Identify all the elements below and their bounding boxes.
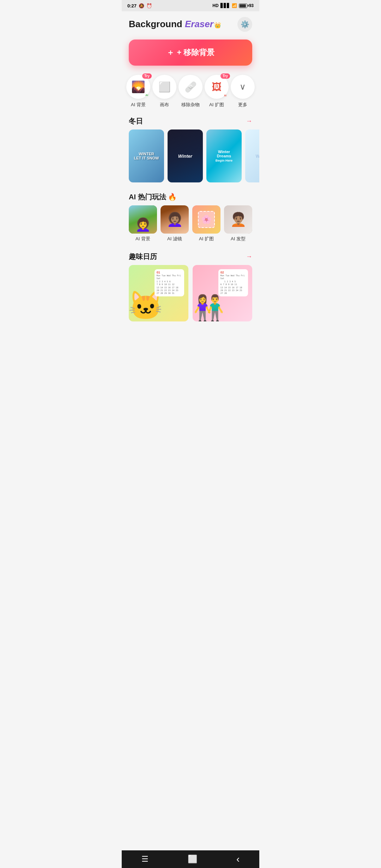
main-button-wrap: ＋ + 移除背景	[122, 35, 259, 71]
app-content: Background Eraser👑 ⚙️ ＋ + 移除背景 Try 🌄 AI …	[122, 11, 259, 850]
back-icon: ‹	[236, 854, 240, 864]
winter-card-1-content: WINTERLET IT SNOW	[129, 129, 164, 182]
ai-filter-label: AI 滤镜	[167, 236, 182, 242]
ai-bg-image: 👩‍🦱	[129, 205, 157, 234]
ai-label-expand: Ai	[224, 94, 226, 97]
menu-button[interactable]: ☰	[134, 852, 156, 867]
ai-section-title: AI 热门玩法 🔥	[129, 192, 177, 202]
tool-ai-bg[interactable]: Try 🌄 AI AI 背景	[126, 75, 150, 108]
status-right: HD ▋▋▋ 📶 93	[212, 3, 254, 8]
calendar-grid: 🐱 01 Mon Tue Wed Thu Fri Sat 1 2 3 4 5 6…	[129, 265, 252, 321]
try-badge-ai-bg: Try	[142, 73, 152, 79]
gear-icon: ⚙️	[241, 20, 249, 29]
alarm-icon: ⏰	[146, 3, 152, 8]
winter-scroll-row: WINTERLET IT SNOW Winter WinterDreamsBeg…	[122, 129, 259, 189]
ai-hair-image: 🧑🏽‍🦱	[224, 205, 252, 234]
title-text: Background Eraser👑	[129, 19, 221, 29]
calendar-arrow[interactable]: →	[246, 253, 252, 260]
header: Background Eraser👑 ⚙️	[122, 11, 259, 35]
ai-card-filter[interactable]: 👩🏽‍🦱 AI 滤镜	[161, 205, 189, 242]
winter-arrow[interactable]: →	[246, 117, 252, 125]
feb-calendar-widget: 02 Mon Tue Wed Thu Fri Sat 1 2 3 4 5 6 7…	[218, 269, 248, 296]
hd-label: HD	[212, 3, 218, 8]
time-display: 0:27	[127, 3, 137, 8]
winter-card-2-content: Winter	[168, 129, 203, 182]
mute-icon: 🔕	[139, 3, 144, 8]
tool-label-expand: AI 扩图	[209, 102, 224, 108]
ai-expand-label: AI 扩图	[199, 236, 214, 242]
tools-row: Try 🌄 AI AI 背景 ⬜ 画布 🩹 移除杂物 Try 🖼	[122, 71, 259, 114]
ai-section-header: AI 热门玩法 🔥	[122, 189, 259, 205]
settings-button[interactable]: ⚙️	[237, 17, 252, 32]
tool-circle-ai-bg: Try 🌄 AI	[126, 75, 150, 99]
couple-icon: 👫	[193, 293, 224, 321]
tool-circle-remove: 🩹	[179, 75, 202, 99]
tool-remove-object[interactable]: 🩹 移除杂物	[179, 75, 202, 108]
battery-icon	[239, 4, 247, 8]
tool-label-remove: 移除杂物	[181, 102, 200, 108]
tool-ai-expand[interactable]: Try 🖼 Ai AI 扩图	[205, 75, 229, 108]
crown-icon: 👑	[214, 22, 221, 28]
winter-card-1[interactable]: WINTERLET IT SNOW	[129, 129, 164, 182]
ai-card-hair[interactable]: 🧑🏽‍🦱 AI 发型	[224, 205, 252, 242]
winter-title: 冬日	[129, 116, 143, 126]
ai-card-expand[interactable]: 🌸 AI 扩图	[192, 205, 220, 242]
ai-features-section: 👩‍🦱 AI 背景 👩🏽‍🦱 AI 滤镜 🌸	[122, 205, 259, 249]
winter-card-4-content: Winter	[245, 129, 259, 182]
ai-expand-image: 🌸	[192, 205, 220, 234]
home-icon: ⬜	[188, 855, 197, 863]
tool-circle-expand: Try 🖼 Ai	[205, 75, 229, 99]
calendar-card-jan[interactable]: 🐱 01 Mon Tue Wed Thu Fri Sat 1 2 3 4 5 6…	[129, 265, 188, 321]
bottom-navigation: ☰ ⬜ ‹	[122, 850, 259, 868]
tool-label-ai-bg: AI 背景	[131, 102, 146, 108]
calendar-section-header: 趣味日历 →	[122, 249, 259, 265]
ai-card-background[interactable]: 👩‍🦱 AI 背景	[129, 205, 157, 242]
plus-icon: ＋	[167, 47, 174, 58]
app-title: Background Eraser👑	[129, 19, 221, 30]
ai-bg-label: AI 背景	[135, 236, 150, 242]
tool-circle-canvas: ⬜	[152, 75, 176, 99]
winter-card-3-content: WinterDreamsBegin Here	[206, 129, 242, 182]
back-button[interactable]: ‹	[229, 851, 247, 868]
calendar-title: 趣味日历	[129, 252, 157, 261]
status-left: 0:27 🔕 ⏰	[127, 3, 152, 8]
remove-icon: 🩹	[185, 81, 197, 93]
tool-label-canvas: 画布	[160, 102, 169, 108]
winter-card-4[interactable]: Winter	[245, 129, 259, 182]
ai-label-ai-bg: AI	[145, 94, 148, 97]
tool-more[interactable]: ∨ 更多	[231, 75, 255, 108]
main-button-label: + 移除背景	[177, 47, 215, 58]
signal-icon: ▋▋▋	[220, 3, 230, 8]
home-button[interactable]: ⬜	[181, 852, 204, 867]
try-badge-expand: Try	[220, 73, 230, 79]
remove-background-button[interactable]: ＋ + 移除背景	[129, 40, 252, 66]
ai-bg-person-icon: 👩‍🦱	[135, 217, 151, 232]
battery-percent: 93	[249, 3, 254, 8]
expand-icon: 🖼	[212, 81, 222, 93]
tool-circle-more: ∨	[231, 75, 255, 99]
calendar-card-feb[interactable]: 👫 02 Mon Tue Wed Thu Fri Sat 1 2 3 4 5 6…	[193, 265, 252, 321]
ai-hair-label: AI 发型	[231, 236, 246, 242]
calendar-section: 🐱 01 Mon Tue Wed Thu Fri Sat 1 2 3 4 5 6…	[122, 265, 259, 328]
jan-calendar-widget: 01 Mon Tue Wed Thu Fri Sat 1 2 3 4 5 6 7…	[155, 269, 184, 296]
tool-label-more: 更多	[238, 102, 247, 108]
ai-filter-person-icon: 👩🏽‍🦱	[167, 212, 183, 227]
chevron-down-icon: ∨	[240, 82, 246, 92]
canvas-icon: ⬜	[158, 81, 171, 93]
winter-card-2[interactable]: Winter	[168, 129, 203, 182]
wifi-icon: 📶	[232, 3, 237, 8]
menu-icon: ☰	[141, 855, 149, 863]
ai-bg-icon: 🌄	[131, 80, 145, 94]
ai-hair-person-icon: 🧑🏽‍🦱	[230, 212, 247, 227]
winter-card-3[interactable]: WinterDreamsBegin Here	[206, 129, 242, 182]
status-bar: 0:27 🔕 ⏰ HD ▋▋▋ 📶 93	[122, 0, 259, 11]
ai-features-grid: 👩‍🦱 AI 背景 👩🏽‍🦱 AI 滤镜 🌸	[129, 205, 252, 242]
winter-section-header: 冬日 →	[122, 114, 259, 129]
tool-canvas[interactable]: ⬜ 画布	[152, 75, 176, 108]
ai-filter-image: 👩🏽‍🦱	[161, 205, 189, 234]
